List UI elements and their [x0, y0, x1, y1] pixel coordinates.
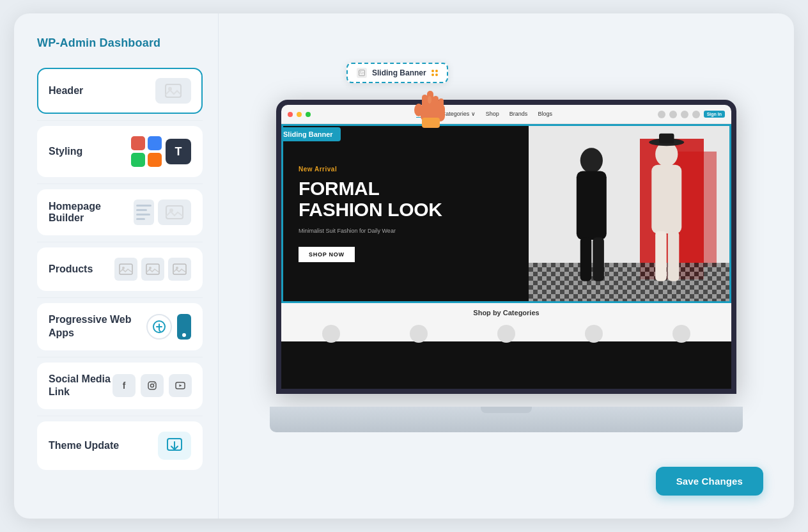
sidebar-item-homepage-builder[interactable]: Homepage Builder	[37, 189, 203, 235]
svg-rect-31	[651, 165, 681, 234]
svg-rect-4	[120, 264, 132, 274]
svg-rect-32	[655, 231, 667, 281]
sidebar-item-header-label: Header	[49, 85, 113, 97]
pwa-icons	[146, 314, 191, 340]
color-orange	[148, 153, 162, 167]
laptop-mockup: Sliding Banner	[270, 100, 743, 432]
svg-rect-28	[580, 237, 592, 281]
drag-element-image-icon	[357, 68, 367, 78]
svg-rect-24	[422, 118, 440, 128]
svg-rect-27	[577, 171, 607, 240]
laptop-base	[270, 407, 743, 432]
nav-shop: Shop	[486, 111, 499, 118]
browser-dot-yellow	[297, 112, 302, 117]
browser-dot-green	[306, 112, 311, 117]
nav-blogs: Blogs	[538, 111, 552, 118]
category-icon-3	[497, 325, 515, 343]
text-style-icon: T	[166, 139, 191, 164]
category-icons-row	[281, 322, 731, 341]
svg-rect-29	[593, 237, 604, 281]
color-blue	[148, 136, 162, 150]
svg-rect-0	[166, 84, 181, 97]
svg-rect-35	[659, 134, 674, 144]
fashion-figures	[529, 126, 729, 301]
sidebar-item-header[interactable]: Header	[37, 68, 203, 114]
facebook-icon: f	[113, 374, 136, 397]
sidebar-item-social-label: Social Media Link	[49, 373, 113, 400]
header-image-icon	[155, 78, 191, 104]
instagram-icon	[141, 374, 164, 397]
svg-rect-8	[173, 264, 186, 274]
main-area: Sliding Banner	[219, 13, 794, 519]
signin-btn: Sign In	[704, 111, 725, 118]
sidebar-item-pwa-label: Progressive Web Apps	[49, 313, 146, 340]
browser-nav: Home Categories ∨ Shop Brands Blogs	[315, 111, 654, 118]
browser-heart-icon	[681, 111, 688, 118]
sidebar-item-theme-update[interactable]: Theme Update	[37, 421, 203, 470]
color-grid	[131, 136, 162, 167]
browser-icons-right: Sign In	[658, 111, 725, 118]
nav-brands: Brands	[509, 111, 528, 118]
svg-point-25	[428, 96, 431, 104]
sliding-banner-section: Sliding Banner New Arrival FORMAL FASHIO…	[281, 124, 731, 303]
drag-dots	[431, 70, 438, 76]
laptop-notch	[481, 407, 532, 413]
svg-point-26	[580, 148, 603, 173]
svg-point-23	[414, 104, 423, 116]
category-icon-2	[410, 325, 428, 343]
youtube-icon	[169, 374, 192, 397]
shop-by-categories-label: Shop by Categories	[281, 303, 731, 322]
sidebar-item-pwa[interactable]: Progressive Web Apps	[37, 303, 203, 350]
banner-subtitle: Minimalist Suit Fashion for Daily Wear	[299, 228, 513, 234]
banner-right	[529, 126, 729, 301]
theme-update-icons	[158, 432, 191, 460]
browser-dot-red	[288, 112, 293, 117]
banner-shop-now-button[interactable]: SHOP NOW	[299, 247, 355, 262]
banner-title: FORMAL FASHION LOOK	[299, 178, 513, 220]
browser-user-icon	[669, 111, 677, 118]
laptop-screen: Home Categories ∨ Shop Brands Blogs Sign…	[276, 100, 736, 394]
header-icons	[155, 78, 191, 104]
layout-lines-icon	[134, 199, 154, 225]
browser-chrome: Home Categories ∨ Shop Brands Blogs Sign…	[281, 105, 731, 124]
drag-element[interactable]: Sliding Banner	[346, 63, 448, 83]
product-thumb-1	[114, 258, 137, 281]
homepage-builder-icons	[134, 199, 191, 225]
theme-update-icon	[158, 432, 191, 460]
hand-cursor-icon	[410, 87, 449, 132]
category-icon-1	[322, 325, 340, 343]
products-icons	[114, 258, 191, 281]
sidebar-item-social[interactable]: Social Media Link f	[37, 363, 203, 410]
category-icon-5	[672, 325, 690, 343]
sidebar-item-products[interactable]: Products	[37, 247, 203, 291]
save-changes-button[interactable]: Save Changes	[656, 467, 763, 496]
product-thumb-2	[141, 258, 164, 281]
main-card: WP-Admin Dashboard Header Styling	[14, 13, 794, 519]
site-content: Sliding Banner New Arrival FORMAL FASHIO…	[281, 124, 731, 389]
category-icon-4	[585, 325, 603, 343]
svg-rect-6	[146, 264, 159, 274]
pwa-add-icon	[146, 314, 172, 340]
sidebar-item-products-label: Products	[49, 263, 113, 275]
sidebar: WP-Admin Dashboard Header Styling	[14, 13, 219, 519]
sliding-banner-tooltip: Sliding Banner	[281, 127, 341, 141]
svg-point-12	[151, 384, 154, 387]
sidebar-item-theme-label: Theme Update	[49, 440, 119, 451]
styling-icons: T	[131, 136, 191, 167]
banner-left: New Arrival FORMAL FASHION LOOK Minimali…	[283, 126, 529, 301]
pwa-phone-icon	[177, 314, 191, 340]
sidebar-item-hb-label: Homepage Builder	[49, 201, 134, 224]
drag-element-label: Sliding Banner	[372, 68, 426, 77]
sidebar-item-styling[interactable]: Styling T	[37, 126, 203, 177]
banner-new-arrival: New Arrival	[299, 166, 513, 173]
browser-cart-icon	[692, 111, 700, 118]
browser-search-icon	[658, 111, 665, 118]
sidebar-item-styling-label: Styling	[49, 146, 113, 157]
social-icons: f	[113, 374, 192, 397]
svg-point-13	[154, 383, 155, 384]
svg-point-17	[360, 71, 361, 72]
hb-image-icon	[158, 199, 191, 225]
svg-rect-11	[148, 382, 156, 389]
svg-rect-2	[166, 206, 183, 219]
svg-rect-33	[668, 231, 680, 281]
